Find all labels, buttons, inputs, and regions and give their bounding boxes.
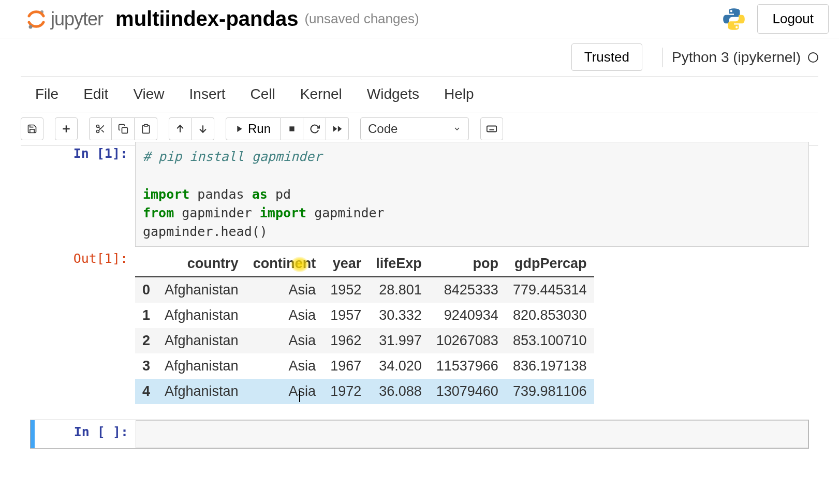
col-pop: pop bbox=[429, 251, 506, 277]
svg-rect-19 bbox=[487, 126, 496, 132]
highlight-marker-icon: continent bbox=[253, 256, 316, 272]
restart-run-all-button[interactable] bbox=[326, 117, 349, 140]
menu-cell[interactable]: Cell bbox=[251, 86, 275, 102]
svg-line-10 bbox=[99, 127, 100, 129]
arrow-down-icon bbox=[198, 124, 208, 134]
jupyter-word: jupyter bbox=[51, 8, 103, 30]
code-cell-2[interactable]: In [ ]: bbox=[30, 420, 809, 449]
command-palette-button[interactable] bbox=[480, 117, 503, 140]
output-cell-1: Out[1]: country continent year lifeExp p… bbox=[30, 247, 809, 408]
divider bbox=[662, 48, 663, 67]
copy-icon bbox=[118, 124, 128, 134]
menubar: File Edit View Insert Cell Kernel Widget… bbox=[21, 77, 818, 112]
table-row: 3 Afghanistan Asia 1967 34.020 11537966 … bbox=[135, 353, 594, 379]
kernel-name[interactable]: Python 3 (ipykernel) bbox=[672, 49, 801, 66]
svg-point-3 bbox=[736, 26, 738, 28]
col-continent: continent bbox=[246, 251, 323, 277]
svg-rect-16 bbox=[289, 126, 294, 131]
stop-icon bbox=[288, 125, 296, 133]
menu-file[interactable]: File bbox=[35, 86, 58, 102]
status-bar: Trusted Python 3 (ipykernel) bbox=[21, 38, 818, 77]
logout-button[interactable]: Logout bbox=[757, 4, 829, 34]
notebook-area: In [1]: # pip install gapminder import p… bbox=[21, 142, 818, 469]
arrow-up-icon bbox=[175, 124, 185, 134]
python-icon bbox=[721, 6, 747, 32]
svg-point-6 bbox=[97, 125, 99, 128]
cut-button[interactable] bbox=[89, 117, 112, 140]
paste-button[interactable] bbox=[135, 117, 157, 140]
cell-type-select[interactable]: Code bbox=[360, 117, 469, 140]
svg-point-2 bbox=[730, 10, 732, 12]
move-down-button[interactable] bbox=[192, 117, 214, 140]
table-row: 2 Afghanistan Asia 1962 31.997 10267083 … bbox=[135, 328, 594, 353]
menu-insert[interactable]: Insert bbox=[189, 86, 226, 102]
input-prompt: In [1]: bbox=[34, 142, 135, 247]
menu-kernel[interactable]: Kernel bbox=[300, 86, 342, 102]
save-icon bbox=[27, 124, 37, 134]
code-input[interactable]: # pip install gapminder import pandas as… bbox=[135, 142, 809, 247]
menu-widgets[interactable]: Widgets bbox=[367, 86, 419, 102]
svg-rect-12 bbox=[144, 125, 148, 126]
restart-button[interactable] bbox=[303, 117, 326, 140]
col-year: year bbox=[323, 251, 369, 277]
add-cell-button[interactable] bbox=[55, 117, 78, 140]
svg-marker-17 bbox=[337, 126, 342, 132]
svg-point-1 bbox=[29, 25, 33, 28]
keyboard-icon bbox=[486, 123, 497, 135]
svg-marker-15 bbox=[237, 126, 242, 132]
run-label: Run bbox=[248, 122, 271, 136]
svg-line-9 bbox=[101, 130, 104, 132]
toolbar: Run Code bbox=[21, 112, 818, 146]
play-icon bbox=[235, 125, 244, 133]
trusted-button[interactable]: Trusted bbox=[571, 43, 642, 71]
paste-icon bbox=[141, 124, 151, 134]
table-row: 1 Afghanistan Asia 1957 30.332 9240934 8… bbox=[135, 303, 594, 328]
text-cursor-icon: Asia bbox=[289, 383, 316, 399]
kernel-indicator-icon[interactable] bbox=[808, 52, 818, 63]
jupyter-icon bbox=[26, 9, 47, 29]
notebook-title[interactable]: multiindex-pandas bbox=[115, 7, 298, 31]
interrupt-button[interactable] bbox=[281, 117, 303, 140]
chevron-down-icon bbox=[453, 125, 461, 133]
copy-button[interactable] bbox=[112, 117, 135, 140]
dataframe-table: country continent year lifeExp pop gdpPe… bbox=[135, 251, 594, 404]
move-up-button[interactable] bbox=[169, 117, 192, 140]
col-gdppercap: gdpPercap bbox=[506, 251, 594, 277]
fast-forward-icon bbox=[332, 124, 343, 134]
input-prompt: In [ ]: bbox=[35, 420, 136, 448]
save-button[interactable] bbox=[21, 117, 43, 140]
cut-icon bbox=[95, 124, 106, 134]
menu-edit[interactable]: Edit bbox=[83, 86, 108, 102]
table-row: 4 Afghanistan Asia 1972 36.088 13079460 … bbox=[135, 379, 594, 404]
table-header-row: country continent year lifeExp pop gdpPe… bbox=[135, 251, 594, 277]
col-index bbox=[135, 251, 157, 277]
svg-rect-11 bbox=[122, 128, 127, 134]
header-bar: jupyter multiindex-pandas (unsaved chang… bbox=[0, 0, 839, 38]
restart-icon bbox=[310, 124, 320, 134]
cell-type-value: Code bbox=[368, 122, 398, 136]
menu-help[interactable]: Help bbox=[444, 86, 474, 102]
code-input[interactable] bbox=[136, 420, 808, 448]
col-country: country bbox=[157, 251, 246, 277]
plus-icon bbox=[61, 124, 71, 134]
menu-view[interactable]: View bbox=[133, 86, 164, 102]
jupyter-logo[interactable]: jupyter bbox=[26, 8, 103, 30]
output-prompt: Out[1]: bbox=[34, 247, 135, 408]
svg-marker-18 bbox=[333, 126, 337, 132]
code-cell-1[interactable]: In [1]: # pip install gapminder import p… bbox=[30, 142, 809, 247]
col-lifeexp: lifeExp bbox=[369, 251, 429, 277]
table-row: 0 Afghanistan Asia 1952 28.801 8425333 7… bbox=[135, 277, 594, 303]
svg-point-7 bbox=[97, 130, 99, 133]
run-button[interactable]: Run bbox=[226, 117, 281, 140]
save-status: (unsaved changes) bbox=[304, 11, 419, 27]
